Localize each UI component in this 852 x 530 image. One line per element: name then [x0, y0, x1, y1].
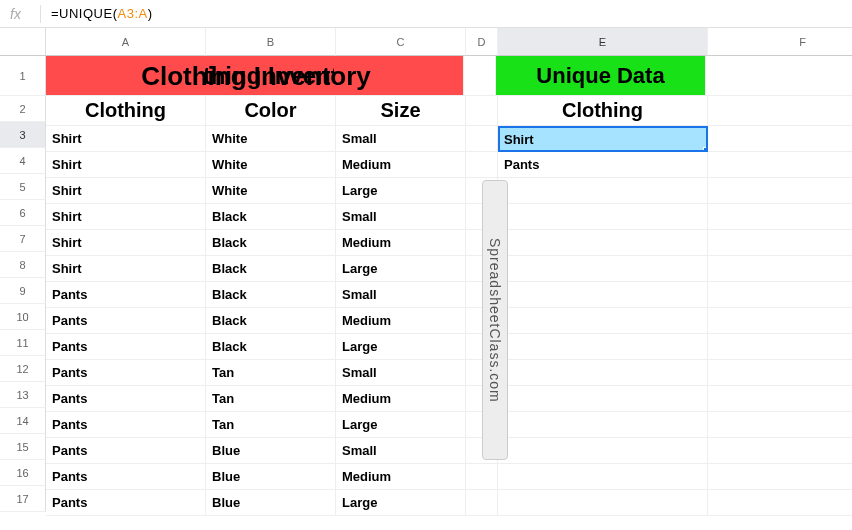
- row-header[interactable]: 15: [0, 434, 46, 460]
- cell[interactable]: Pants: [46, 412, 206, 438]
- cell[interactable]: [498, 308, 708, 334]
- cell[interactable]: White: [206, 126, 336, 152]
- row-header[interactable]: 10: [0, 304, 46, 330]
- cell[interactable]: Pants: [46, 438, 206, 464]
- cell[interactable]: [498, 438, 708, 464]
- cell[interactable]: [466, 490, 498, 516]
- cell[interactable]: Medium: [336, 152, 466, 178]
- cell[interactable]: Blue: [206, 490, 336, 516]
- cell[interactable]: Medium: [336, 386, 466, 412]
- col-header-a[interactable]: A: [46, 28, 206, 56]
- row-header[interactable]: 1: [0, 56, 46, 96]
- cell[interactable]: [46, 56, 206, 96]
- cell[interactable]: Pants: [46, 308, 206, 334]
- row-header[interactable]: 13: [0, 382, 46, 408]
- cell[interactable]: Shirt: [46, 256, 206, 282]
- row-header[interactable]: 3: [0, 122, 46, 148]
- row-header[interactable]: 7: [0, 226, 46, 252]
- cell[interactable]: Black: [206, 282, 336, 308]
- row-header[interactable]: 14: [0, 408, 46, 434]
- col-header-b[interactable]: B: [206, 28, 336, 56]
- cell[interactable]: Black: [206, 230, 336, 256]
- row-header[interactable]: 5: [0, 174, 46, 200]
- cell[interactable]: [498, 386, 708, 412]
- header-clothing2[interactable]: Clothing: [498, 96, 708, 126]
- cell[interactable]: Medium: [336, 464, 466, 490]
- cell[interactable]: Tan: [206, 412, 336, 438]
- header-color[interactable]: Color: [206, 96, 336, 126]
- row-header[interactable]: 16: [0, 460, 46, 486]
- cell[interactable]: [708, 386, 852, 412]
- cell[interactable]: Small: [336, 126, 466, 152]
- cell[interactable]: [498, 464, 708, 490]
- cell[interactable]: [708, 282, 852, 308]
- cell[interactable]: [708, 464, 852, 490]
- cell[interactable]: Pants: [46, 282, 206, 308]
- inventory-title[interactable]: Clothing Inventory: [205, 56, 335, 96]
- cell[interactable]: [498, 334, 708, 360]
- cell[interactable]: [498, 204, 708, 230]
- cell[interactable]: Large: [336, 412, 466, 438]
- formula-bar[interactable]: fx =UNIQUE(A3:A): [0, 0, 852, 28]
- cell[interactable]: Black: [206, 204, 336, 230]
- cell[interactable]: Tan: [206, 386, 336, 412]
- cell[interactable]: Large: [336, 178, 466, 204]
- formula-input[interactable]: =UNIQUE(A3:A): [51, 6, 153, 21]
- cell[interactable]: [466, 96, 498, 126]
- cell[interactable]: [498, 360, 708, 386]
- cell[interactable]: [708, 308, 852, 334]
- cell[interactable]: White: [206, 152, 336, 178]
- selected-cell[interactable]: Shirt: [498, 126, 708, 152]
- cell[interactable]: [708, 126, 852, 152]
- col-header-c[interactable]: C: [336, 28, 466, 56]
- cell[interactable]: Pants: [46, 490, 206, 516]
- cell[interactable]: [708, 334, 852, 360]
- row-header[interactable]: 8: [0, 252, 46, 278]
- cell[interactable]: Pants: [46, 334, 206, 360]
- cell[interactable]: Large: [336, 256, 466, 282]
- cell[interactable]: [466, 126, 498, 152]
- cell[interactable]: [708, 230, 852, 256]
- cell[interactable]: [498, 282, 708, 308]
- cell[interactable]: [466, 464, 498, 490]
- col-header-f[interactable]: F: [708, 28, 852, 56]
- cell[interactable]: White: [206, 178, 336, 204]
- cell[interactable]: Black: [206, 256, 336, 282]
- row-header[interactable]: 6: [0, 200, 46, 226]
- cell[interactable]: Black: [206, 308, 336, 334]
- cell[interactable]: [708, 204, 852, 230]
- cell[interactable]: [708, 360, 852, 386]
- header-clothing[interactable]: Clothing: [46, 96, 206, 126]
- cell[interactable]: Small: [336, 282, 466, 308]
- cell[interactable]: [708, 96, 852, 126]
- cell[interactable]: [706, 56, 852, 96]
- col-header-e[interactable]: E: [498, 28, 708, 56]
- cell[interactable]: [464, 56, 496, 96]
- cell[interactable]: [498, 412, 708, 438]
- row-header[interactable]: 2: [0, 96, 46, 122]
- cell[interactable]: Blue: [206, 438, 336, 464]
- cell[interactable]: Medium: [336, 308, 466, 334]
- cell[interactable]: Shirt: [46, 204, 206, 230]
- cell[interactable]: Pants: [46, 360, 206, 386]
- row-header[interactable]: 12: [0, 356, 46, 382]
- cell[interactable]: [708, 412, 852, 438]
- spreadsheet-grid[interactable]: 1 2 3 4 5 6 7 8 9 10 11 12 13 14 15 16 1…: [0, 28, 852, 516]
- cell[interactable]: Shirt: [46, 230, 206, 256]
- cell[interactable]: [708, 256, 852, 282]
- cell[interactable]: Medium: [336, 230, 466, 256]
- select-all-corner[interactable]: [0, 28, 46, 56]
- cell[interactable]: Small: [336, 360, 466, 386]
- cell[interactable]: [498, 490, 708, 516]
- col-header-d[interactable]: D: [466, 28, 498, 56]
- cell[interactable]: Large: [336, 490, 466, 516]
- cell[interactable]: [708, 152, 852, 178]
- cell[interactable]: Small: [336, 438, 466, 464]
- cell[interactable]: Pants: [46, 464, 206, 490]
- header-size[interactable]: Size: [336, 96, 466, 126]
- row-header[interactable]: 17: [0, 486, 46, 512]
- row-header[interactable]: 11: [0, 330, 46, 356]
- cell[interactable]: [708, 490, 852, 516]
- cell[interactable]: [498, 256, 708, 282]
- cell[interactable]: [708, 438, 852, 464]
